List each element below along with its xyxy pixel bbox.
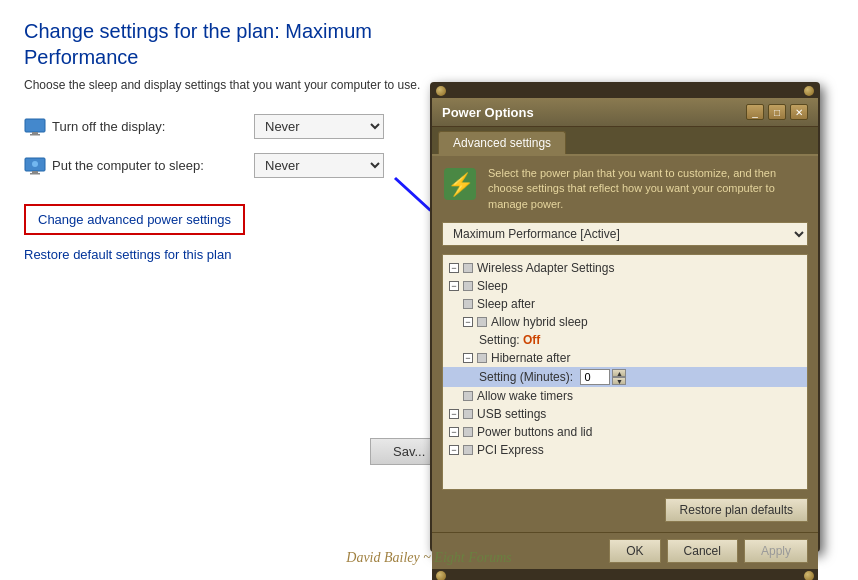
- display-dropdown[interactable]: Never 1 minute 5 minutes: [254, 114, 384, 139]
- sleep-after-icon: [463, 299, 473, 309]
- stud-br: [804, 571, 814, 580]
- svg-rect-1: [32, 132, 38, 134]
- dialog-titlebar: Power Options _ □ ✕: [432, 98, 818, 127]
- dialog-bottom-studs: [432, 569, 818, 580]
- hibernate-minutes-label: Setting (Minutes):: [479, 370, 576, 384]
- dialog-minimize-button[interactable]: _: [746, 104, 764, 120]
- tree-item-sleep[interactable]: − Sleep: [443, 277, 807, 295]
- svg-rect-2: [30, 134, 40, 136]
- sleep-after-label: Sleep after: [477, 297, 535, 311]
- tree-item-hibernate[interactable]: − Hibernate after: [443, 349, 807, 367]
- svg-rect-0: [25, 119, 45, 132]
- hibernate-icon: [477, 353, 487, 363]
- dialog-description-area: ⚡ Select the power plan that you want to…: [442, 166, 808, 212]
- page-title: Change settings for the plan: Maximum Pe…: [24, 18, 834, 70]
- svg-rect-4: [32, 171, 38, 173]
- dialog-action-bar: OK Cancel Apply: [432, 532, 818, 569]
- usb-label: USB settings: [477, 407, 546, 421]
- advanced-power-link[interactable]: Change advanced power settings: [38, 212, 231, 227]
- tree-item-wireless[interactable]: − Wireless Adapter Settings: [443, 259, 807, 277]
- spinbox-down-button[interactable]: ▼: [612, 377, 626, 385]
- tree-item-sleep-after[interactable]: Sleep after: [443, 295, 807, 313]
- dialog-maximize-button[interactable]: □: [768, 104, 786, 120]
- hibernate-label: Hibernate after: [491, 351, 570, 365]
- sleep-icon: [24, 157, 46, 175]
- sleep-label: Put the computer to sleep:: [24, 157, 254, 175]
- advanced-power-link-box: Change advanced power settings: [24, 204, 245, 235]
- dialog-body: ⚡ Select the power plan that you want to…: [432, 156, 818, 532]
- expand-pci[interactable]: −: [449, 445, 459, 455]
- tree-item-hibernate-minutes[interactable]: Setting (Minutes): ▲ ▼: [443, 367, 807, 387]
- tree-item-hybrid-sleep[interactable]: − Allow hybrid sleep: [443, 313, 807, 331]
- expand-usb[interactable]: −: [449, 409, 459, 419]
- spinbox-buttons: ▲ ▼: [612, 369, 626, 385]
- pci-label: PCI Express: [477, 443, 544, 457]
- dialog-top-studs: [432, 84, 818, 98]
- stud-bl: [436, 571, 446, 580]
- dialog-ok-cancel-apply: OK Cancel Apply: [609, 539, 808, 563]
- svg-point-6: [32, 161, 38, 167]
- display-label: Turn off the display:: [24, 118, 254, 136]
- wake-timers-icon: [463, 391, 473, 401]
- sleep-tree-icon: [463, 281, 473, 291]
- dialog-close-button[interactable]: ✕: [790, 104, 808, 120]
- dialog-tab-bar: Advanced settings: [432, 127, 818, 156]
- power-plan-icon: ⚡: [442, 166, 478, 202]
- wireless-label: Wireless Adapter Settings: [477, 261, 614, 275]
- spinbox-up-button[interactable]: ▲: [612, 369, 626, 377]
- settings-tree[interactable]: − Wireless Adapter Settings − Sleep Slee…: [442, 254, 808, 490]
- wake-timers-label: Allow wake timers: [477, 389, 573, 403]
- monitor-icon: [24, 118, 46, 136]
- sleep-dropdown[interactable]: Never 15 minutes 30 minutes: [254, 153, 384, 178]
- expand-hibernate[interactable]: −: [463, 353, 473, 363]
- expand-sleep[interactable]: −: [449, 281, 459, 291]
- usb-icon: [463, 409, 473, 419]
- stud-tr: [804, 86, 814, 96]
- hybrid-sleep-label: Allow hybrid sleep: [491, 315, 588, 329]
- dialog-plan-dropdown[interactable]: Maximum Performance [Active]: [442, 222, 808, 246]
- dialog-window-controls: _ □ ✕: [746, 104, 808, 120]
- spinbox-container: ▲ ▼: [580, 369, 626, 385]
- stud-tl: [436, 86, 446, 96]
- sleep-tree-label: Sleep: [477, 279, 508, 293]
- dialog-ok-button[interactable]: OK: [609, 539, 660, 563]
- expand-power-buttons[interactable]: −: [449, 427, 459, 437]
- pci-icon: [463, 445, 473, 455]
- svg-rect-5: [30, 173, 40, 175]
- wireless-icon: [463, 263, 473, 273]
- hybrid-setting-value: Off: [523, 333, 540, 347]
- expand-hybrid[interactable]: −: [463, 317, 473, 327]
- dialog-title: Power Options: [442, 105, 534, 120]
- dialog-cancel-button[interactable]: Cancel: [667, 539, 738, 563]
- power-options-dialog: Power Options _ □ ✕ Advanced settings ⚡ …: [430, 82, 820, 552]
- dialog-apply-button[interactable]: Apply: [744, 539, 808, 563]
- tree-item-wake-timers[interactable]: Allow wake timers: [443, 387, 807, 405]
- hybrid-setting-label: Setting: Off: [479, 333, 540, 347]
- tree-item-pci[interactable]: − PCI Express: [443, 441, 807, 459]
- tree-item-hybrid-setting[interactable]: Setting: Off: [443, 331, 807, 349]
- hybrid-sleep-icon: [477, 317, 487, 327]
- power-buttons-icon: [463, 427, 473, 437]
- restore-plan-defaults-button[interactable]: Restore plan defaults: [665, 498, 808, 522]
- hibernate-minutes-input[interactable]: [580, 369, 610, 385]
- tree-item-usb[interactable]: − USB settings: [443, 405, 807, 423]
- power-buttons-label: Power buttons and lid: [477, 425, 592, 439]
- svg-text:⚡: ⚡: [447, 171, 475, 198]
- expand-wireless[interactable]: −: [449, 263, 459, 273]
- dialog-description-text: Select the power plan that you want to c…: [488, 166, 808, 212]
- tree-item-power-buttons[interactable]: − Power buttons and lid: [443, 423, 807, 441]
- tab-advanced-settings[interactable]: Advanced settings: [438, 131, 566, 154]
